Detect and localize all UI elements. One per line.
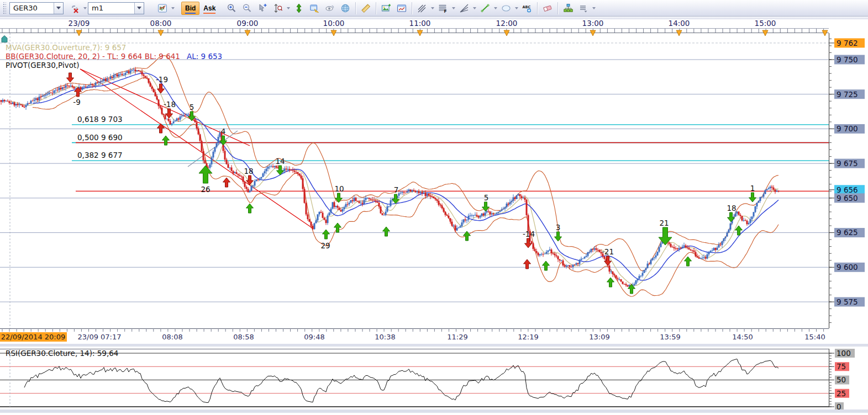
add-image-button[interactable]: [379, 2, 393, 15]
time-label: 13:59: [660, 333, 680, 341]
trendline-dropdown[interactable]: [493, 2, 498, 14]
svg-text:08:00: 08:00: [150, 19, 172, 28]
fan-lines-dropdown[interactable]: [472, 2, 477, 14]
time-label: 08:58: [233, 333, 254, 341]
signal-label: -14: [523, 230, 535, 238]
svg-text:11:00: 11:00: [409, 19, 431, 28]
time-label: 10:38: [375, 333, 395, 341]
top-axis-svg: 23/0908:0009:0010:0011:0012:0013:0014:00…: [0, 19, 868, 33]
time-axis-top[interactable]: 23/0908:0009:0010:0011:0012:0013:0014:00…: [0, 19, 868, 33]
chart-window-icon: [397, 3, 407, 13]
detach-window-icon: [309, 3, 319, 13]
svg-text:10:00: 10:00: [323, 19, 345, 28]
zoom-out-button[interactable]: [240, 2, 254, 15]
rsi-svg: RSI(GER30.Cloture, 14): 59,641007550250: [0, 347, 868, 415]
svg-text:ABC: ABC: [523, 4, 531, 9]
time-label: 08:08: [162, 333, 182, 341]
chart-window-button[interactable]: [394, 2, 409, 15]
fib-retracement-icon: F: [438, 3, 448, 13]
fib-retracement-button[interactable]: F: [436, 2, 450, 15]
price-chart[interactable]: -9-19-1854261814102975-143-2121181MVA(GE…: [0, 33, 868, 328]
legend-mva: MVA(GER30.Ouverture,7): 9 657: [6, 43, 126, 52]
signal-arrow-up: [334, 223, 341, 232]
signal-arrow-up: [246, 204, 254, 213]
ellipse-dropdown[interactable]: [514, 2, 519, 14]
unlink-button[interactable]: [67, 2, 82, 15]
bollinger-mid-line: [33, 73, 778, 280]
timeframe-value: m1: [92, 4, 132, 12]
eye-icon: [325, 3, 335, 13]
eraser-button[interactable]: [540, 2, 555, 15]
chart-style-dropdown[interactable]: [170, 2, 175, 14]
bollinger-lower: [33, 78, 778, 296]
ellipse-button[interactable]: [499, 2, 513, 15]
toolbar-separator: [376, 2, 376, 14]
timeframe-dropdown-button[interactable]: [134, 3, 144, 14]
zoom-in-button[interactable]: [224, 2, 239, 15]
fan-lines-button[interactable]: [457, 2, 471, 15]
ellipse-icon: [501, 3, 511, 13]
svg-text:15:00: 15:00: [755, 19, 776, 28]
rsi-panel[interactable]: RSI(GER30.Cloture, 14): 59,641007550250: [0, 347, 868, 415]
ruler-button[interactable]: [359, 2, 373, 15]
measure-zoom-button[interactable]: [271, 2, 285, 15]
text-label-button[interactable]: ABC: [520, 2, 534, 15]
signal-label: 10: [334, 184, 344, 193]
toolbar-grip[interactable]: [2, 2, 6, 14]
signal-label: 21: [659, 219, 669, 227]
signal-label: -21: [602, 247, 614, 256]
signal-label: 5: [484, 193, 489, 202]
rsi-level-label: 75: [837, 362, 846, 371]
svg-text:14:00: 14:00: [669, 19, 690, 28]
hierarchy-button[interactable]: [561, 2, 575, 15]
ask-button[interactable]: Ask: [199, 2, 219, 15]
svg-text:F: F: [444, 9, 447, 14]
signal-arrow-up: [383, 227, 390, 236]
candles-down: [1, 67, 780, 289]
fit-vertical-button[interactable]: [292, 2, 306, 15]
detach-window-button[interactable]: [307, 2, 322, 15]
measure-zoom-icon: [273, 3, 283, 13]
zoom-cursor-button[interactable]: [255, 2, 270, 15]
rsi-line: [24, 359, 778, 403]
signal-arrow-down: [749, 193, 756, 202]
time-axis-bottom[interactable]: 22/09/2014 20:0923/09 07:1708:0808:5809:…: [0, 328, 868, 347]
timeframe-combobox[interactable]: m1: [88, 2, 144, 14]
pitchfork-button[interactable]: [415, 2, 429, 15]
menu-list-dropdown[interactable]: [591, 2, 596, 14]
price-label: 9 675: [837, 159, 858, 168]
signal-label: 5: [190, 103, 194, 111]
signal-label: -9: [73, 98, 80, 107]
chart-style-button[interactable]: [155, 2, 170, 15]
symbol-combobox[interactable]: GER30: [9, 2, 64, 14]
toolbar-separator: [355, 2, 356, 14]
ask-label: Ask: [203, 4, 215, 14]
globe-button[interactable]: [338, 2, 353, 15]
fan-lines-icon: [459, 3, 469, 13]
unlink-icon: [70, 3, 80, 13]
signal-label: 14: [275, 157, 285, 166]
zoom-cursor-icon: [257, 3, 267, 13]
price-axis: 9 7629 7509 7259 7009 6759 6569 6509 625…: [829, 33, 865, 328]
eye-button[interactable]: [323, 2, 337, 15]
trendline-button[interactable]: [478, 2, 492, 15]
unlink-dropdown[interactable]: [82, 2, 87, 14]
fib-label: 0,382 9 677: [77, 151, 123, 159]
home-marker-icon: [2, 36, 7, 42]
bottom-axis-svg: 22/09/2014 20:0923/09 07:1708:0808:5809:…: [0, 328, 868, 347]
price-label: 9 575: [837, 297, 858, 306]
signal-arrow-up: [685, 257, 692, 266]
symbol-dropdown-button[interactable]: [54, 3, 63, 14]
signal-label: 1: [750, 184, 755, 193]
price-label: 9 625: [837, 228, 858, 237]
price-label: 9 650: [837, 194, 858, 203]
bid-button[interactable]: Bid: [181, 2, 199, 15]
signal-label: 3: [556, 223, 561, 232]
pitchfork-dropdown[interactable]: [430, 2, 435, 14]
menu-list-button[interactable]: [576, 2, 591, 15]
fib-retracement-dropdown[interactable]: [451, 2, 456, 14]
time-label: 23/09 07:17: [77, 333, 121, 341]
signal-label: 26: [201, 185, 210, 194]
price-label: 9 600: [837, 263, 858, 272]
measure-zoom-dropdown[interactable]: [286, 2, 291, 14]
